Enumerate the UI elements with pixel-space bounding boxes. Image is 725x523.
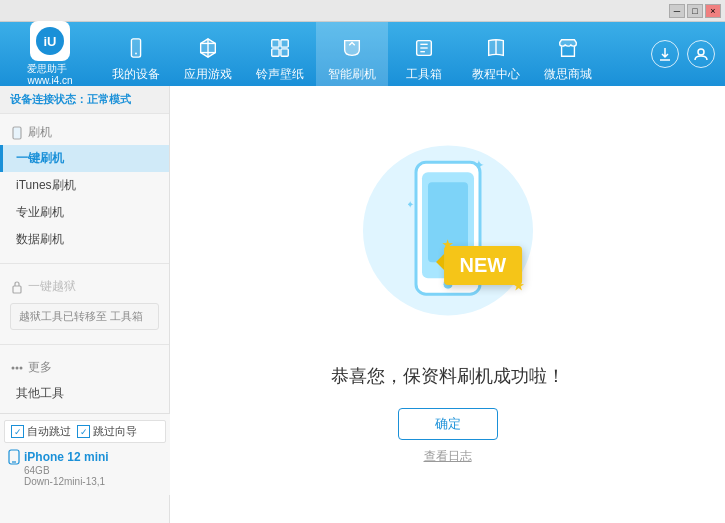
nav-label-my-device: 我的设备: [112, 66, 160, 83]
svg-point-21: [16, 366, 19, 369]
tools-icon: [410, 34, 438, 62]
restore-log-link[interactable]: 查看日志: [424, 448, 472, 465]
close-button[interactable]: ×: [705, 4, 721, 18]
device-name: iPhone 12 mini: [24, 450, 109, 464]
titlebar: ─ □ ×: [0, 0, 725, 22]
sidebar-item-pro-flash[interactable]: 专业刷机: [0, 199, 169, 226]
nav-label-ringtones: 铃声壁纸: [256, 66, 304, 83]
nav-item-weiduo[interactable]: 微思商城: [532, 22, 604, 86]
download-button[interactable]: [651, 40, 679, 68]
sidebar-jailbreak-notice: 越狱工具已转移至 工具箱: [10, 303, 159, 330]
confirm-button[interactable]: 确定: [398, 408, 498, 440]
svg-rect-7: [272, 39, 279, 46]
nav-label-toolbox: 工具箱: [406, 66, 442, 83]
svg-rect-18: [13, 127, 21, 139]
svg-rect-10: [281, 48, 288, 55]
minimize-button[interactable]: ─: [669, 4, 685, 18]
svg-point-22: [20, 366, 23, 369]
nav-item-toolbox[interactable]: 工具箱: [388, 22, 460, 86]
svg-text:✦: ✦: [473, 158, 485, 173]
nav-label-smart-flash: 智能刷机: [328, 66, 376, 83]
svg-rect-8: [281, 39, 288, 46]
sidebar: 设备连接状态：正常模式 刷机 一键刷机 iTunes刷机 专业刷机 数据刷机 一…: [0, 86, 170, 523]
nav-item-ringtones[interactable]: 铃声壁纸: [244, 22, 316, 86]
svg-text:✦: ✦: [408, 199, 414, 210]
logo-name: 爱思助手 www.i4.cn: [27, 63, 72, 87]
refresh-icon: [338, 34, 366, 62]
sidebar-section-flash: 刷机 一键刷机 iTunes刷机 专业刷机 数据刷机: [0, 114, 169, 259]
skip-wizard-check-icon: ✓: [77, 425, 90, 438]
nav-label-weiduo: 微思商城: [544, 66, 592, 83]
auto-skip-checkbox[interactable]: ✓ 自动跳过: [11, 424, 71, 439]
header: iU 爱思助手 www.i4.cn 我的设备 应用游戏 铃: [0, 22, 725, 86]
nav-label-apps-games: 应用游戏: [184, 66, 232, 83]
logo-icon: iU: [30, 21, 70, 61]
nav-item-apps-games[interactable]: 应用游戏: [172, 22, 244, 86]
svg-text:iU: iU: [44, 34, 57, 49]
book-icon: [482, 34, 510, 62]
sidebar-item-data-flash[interactable]: 数据刷机: [0, 226, 169, 253]
nav-items: 我的设备 应用游戏 铃声壁纸 智能刷机 工具箱: [100, 22, 651, 86]
nav-item-my-device[interactable]: 我的设备: [100, 22, 172, 86]
maximize-button[interactable]: □: [687, 4, 703, 18]
nav-item-smart-flash[interactable]: 智能刷机: [316, 22, 388, 86]
svg-rect-9: [272, 48, 279, 55]
device-info-panel: iPhone 12 mini 64GB Down-12mini-13,1: [0, 445, 170, 491]
shop-icon: [554, 34, 582, 62]
header-right: [651, 40, 715, 68]
success-message: 恭喜您，保资料刷机成功啦！: [331, 364, 565, 388]
sidebar-item-one-click-flash[interactable]: 一键刷机: [0, 145, 169, 172]
new-badge: NEW ★ ★: [444, 246, 523, 285]
device-firmware: Down-12mini-13,1: [8, 476, 162, 487]
svg-point-17: [698, 49, 704, 55]
phone-icon: [122, 34, 150, 62]
sidebar-item-itunes-flash[interactable]: iTunes刷机: [0, 172, 169, 199]
sidebar-bottom: ✓ 自动跳过 ✓ 跳过向导 iPhone 12 mini 64GB Down-1…: [0, 413, 170, 495]
checkboxes-row: ✓ 自动跳过 ✓ 跳过向导: [4, 420, 166, 443]
sidebar-item-other-tools[interactable]: 其他工具: [0, 380, 169, 407]
nav-item-tutorials[interactable]: 教程中心: [460, 22, 532, 86]
sidebar-section-header-jailbreak: 一键越狱: [0, 274, 169, 299]
svg-point-20: [12, 366, 15, 369]
music-icon: [266, 34, 294, 62]
svg-rect-19: [13, 286, 21, 293]
device-storage: 64GB: [8, 465, 162, 476]
connection-status: 设备连接状态：正常模式: [0, 86, 169, 114]
logo[interactable]: iU 爱思助手 www.i4.cn: [10, 21, 90, 87]
success-illustration: ✦ ✦ NEW ★ ★: [348, 144, 548, 344]
auto-skip-check-icon: ✓: [11, 425, 24, 438]
main-content: ✦ ✦ NEW ★ ★ 恭喜您，保资料刷机成功啦！ 确定 查看日志: [170, 86, 725, 523]
grid-icon: [194, 34, 222, 62]
user-button[interactable]: [687, 40, 715, 68]
nav-label-tutorials: 教程中心: [472, 66, 520, 83]
sidebar-section-header-flash: 刷机: [0, 120, 169, 145]
sidebar-section-header-more: 更多: [0, 355, 169, 380]
skip-wizard-checkbox[interactable]: ✓ 跳过向导: [77, 424, 137, 439]
sidebar-section-jailbreak: 一键越狱 越狱工具已转移至 工具箱: [0, 268, 169, 340]
